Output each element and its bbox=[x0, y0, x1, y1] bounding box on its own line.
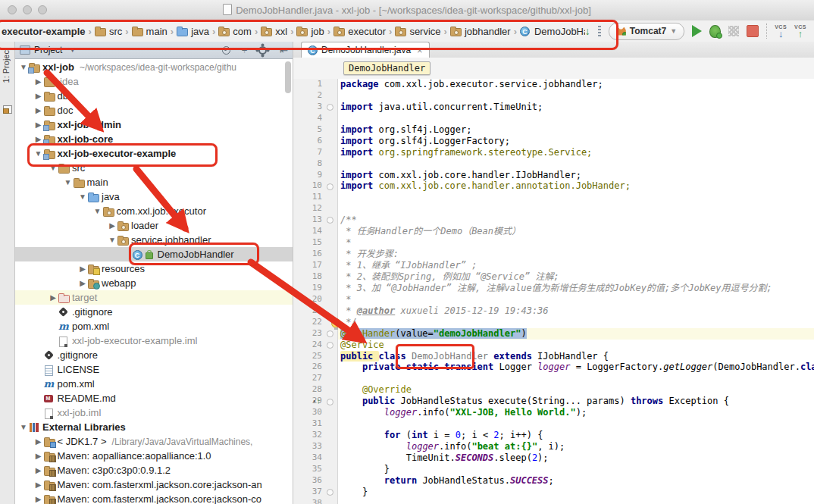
tree-item-README.md[interactable]: MREADME.md bbox=[15, 391, 293, 405]
tree-item-xxl-job-core[interactable]: ▶xxl-job-core bbox=[15, 132, 293, 146]
code-line-4[interactable] bbox=[340, 113, 814, 124]
code-line-25[interactable]: public class DemoJobHandler extends IJob… bbox=[340, 351, 814, 362]
tree-item-xxl-job-executor-example[interactable]: ▼xxl-job-executor-example bbox=[15, 146, 293, 161]
vcs-commit-button[interactable]: VCS↑ bbox=[794, 24, 806, 39]
collapse-all-icon[interactable]: ÷ bbox=[242, 45, 247, 55]
tree-item-Maven-aopalliance-aopalliance-1.0[interactable]: ▶Maven: aopalliance:aopalliance:1.0 bbox=[15, 449, 293, 463]
editor-tab[interactable]: C DemoJobHandler.java × bbox=[301, 42, 430, 58]
breadcrumb-item-java[interactable]: java bbox=[177, 26, 209, 37]
tree-item-src[interactable]: ▼src bbox=[15, 161, 293, 175]
breadcrumb-item-src[interactable]: src bbox=[95, 26, 122, 37]
tree-expand-icon[interactable]: ▼ bbox=[18, 423, 29, 431]
tree-item-DemoJobHandler[interactable]: CDemoJobHandler bbox=[15, 247, 293, 261]
editor-breadcrumb-chip[interactable]: DemoJobHandler bbox=[343, 61, 430, 75]
tree-expand-icon[interactable]: ▶ bbox=[33, 437, 44, 446]
tree-item-loader[interactable]: ▶loader bbox=[15, 218, 293, 233]
code-line-3[interactable]: import java.util.concurrent.TimeUnit; bbox=[340, 102, 814, 113]
code-area[interactable]: 1234567891011121314151617181920212223242… bbox=[293, 79, 814, 504]
breadcrumb-item-service[interactable]: service bbox=[395, 26, 440, 37]
hide-navbar-icon[interactable]: ↓ bbox=[585, 26, 590, 36]
tree-item-webapp[interactable]: ▶webapp bbox=[15, 276, 293, 290]
vcs-update-button[interactable]: VCS↓ bbox=[775, 24, 787, 39]
tree-item-Maven-com.fasterxml.jackson.core-jackson-an[interactable]: ▶Maven: com.fasterxml.jackson.core:jacks… bbox=[15, 477, 293, 492]
tree-expand-icon[interactable]: ▶ bbox=[33, 135, 44, 143]
tree-item-com.xxl.job.executor[interactable]: ▼com.xxl.job.executor bbox=[15, 204, 293, 218]
code-line-35[interactable]: } bbox=[340, 464, 814, 475]
code-line-6[interactable]: import org.slf4j.LoggerFactory; bbox=[340, 136, 814, 147]
tree-expand-icon[interactable]: ▼ bbox=[18, 63, 29, 71]
code-line-26[interactable]: private static transient Logger logger =… bbox=[340, 362, 814, 373]
tree-expand-icon[interactable]: ▼ bbox=[33, 149, 44, 158]
code-line-15[interactable]: * bbox=[340, 237, 814, 249]
code-line-16[interactable]: * 开发步骤: bbox=[340, 249, 814, 260]
tree-item-.gitignore[interactable]: .gitignore bbox=[15, 305, 293, 319]
code-line-37[interactable]: } bbox=[340, 487, 814, 498]
tree-item-pom.xml[interactable]: mpom.xml bbox=[15, 377, 293, 391]
code-line-8[interactable] bbox=[340, 158, 814, 170]
code-line-28[interactable]: @Override bbox=[340, 384, 814, 396]
tree-expand-icon[interactable]: ▶ bbox=[33, 481, 44, 489]
breadcrumb-item-com[interactable]: com bbox=[218, 26, 252, 37]
tree-expand-icon[interactable]: ▶ bbox=[77, 265, 88, 273]
project-tool-window-button[interactable]: 1: Project bbox=[2, 48, 11, 83]
code-line-32[interactable]: for (int i = 0; i < 2; i++) { bbox=[340, 430, 814, 441]
fold-marker-icon[interactable] bbox=[327, 104, 333, 111]
tree-expand-icon[interactable]: ▶ bbox=[77, 279, 88, 287]
tree-item-LICENSE[interactable]: LICENSE bbox=[15, 362, 293, 377]
tree-item-java[interactable]: ▼java bbox=[15, 189, 293, 204]
code-line-31[interactable] bbox=[340, 418, 814, 430]
coverage-button[interactable] bbox=[728, 26, 739, 36]
tree-expand-icon[interactable]: ▶ bbox=[33, 77, 44, 86]
code-line-2[interactable] bbox=[340, 90, 814, 102]
code-line-30[interactable]: logger.info("XXL-JOB, Hello World."); bbox=[340, 407, 814, 418]
breadcrumb-item-executor-example[interactable]: executor-example bbox=[2, 26, 86, 37]
locate-file-icon[interactable] bbox=[222, 46, 230, 55]
code-line-1[interactable]: package com.xxl.job.executor.service.job… bbox=[340, 79, 814, 90]
fold-marker-icon[interactable] bbox=[327, 330, 333, 337]
code-line-22[interactable]: */ bbox=[340, 317, 814, 328]
tree-expand-icon[interactable]: ▼ bbox=[48, 164, 58, 172]
tree-expand-icon[interactable]: ▶ bbox=[33, 452, 44, 460]
code-line-12[interactable] bbox=[340, 203, 814, 214]
tree-expand-icon[interactable]: ▶ bbox=[33, 121, 44, 129]
tree-item-.idea[interactable]: ▶.idea bbox=[15, 74, 293, 89]
debug-button[interactable] bbox=[709, 25, 721, 38]
code-line-36[interactable]: return JobHandleStatus.SUCCESS; bbox=[340, 475, 814, 487]
tree-item-target[interactable]: ▶target bbox=[15, 290, 293, 305]
code-line-14[interactable]: * 任务Handler的一个Demo（Bean模式） bbox=[340, 226, 814, 237]
code-line-34[interactable]: TimeUnit.SECONDS.sleep(2); bbox=[340, 452, 814, 464]
tree-item-<-JDK1.7->[interactable]: ▶< JDK1.7 >/Library/Java/JavaVirtualMach… bbox=[15, 434, 293, 449]
tree-item-pom.xml[interactable]: mpom.xml bbox=[15, 319, 293, 333]
lightbulb-icon[interactable] bbox=[331, 318, 341, 328]
tree-scrollbar[interactable] bbox=[285, 61, 291, 93]
tree-expand-icon[interactable]: ▼ bbox=[107, 236, 117, 244]
chevron-down-icon[interactable]: ▼ bbox=[69, 46, 76, 54]
tree-item-xxl-job-admin[interactable]: ▶xxl-job-admin bbox=[15, 117, 293, 132]
tree-item-External-Libraries[interactable]: ▼External Libraries bbox=[15, 420, 293, 434]
gear-icon[interactable] bbox=[258, 46, 267, 55]
tree-item-Maven-com.fasterxml.jackson.core-jackson-co[interactable]: ▶Maven: com.fasterxml.jackson.core:jacks… bbox=[15, 492, 293, 504]
code-line-13[interactable]: /** bbox=[340, 214, 814, 226]
breadcrumb-item-main[interactable]: main bbox=[132, 26, 167, 37]
code-line-18[interactable]: * 2、装配到Spring, 例如加 “@Service” 注解; bbox=[340, 271, 814, 283]
fold-marker-icon[interactable] bbox=[327, 399, 333, 405]
tree-expand-icon[interactable]: ▶ bbox=[48, 293, 58, 302]
tree-item-.gitignore[interactable]: .gitignore bbox=[15, 348, 293, 362]
code-line-29[interactable]: public JobHandleStatus execute(String...… bbox=[340, 396, 814, 407]
tree-expand-icon[interactable]: ▼ bbox=[63, 178, 74, 186]
breadcrumb-item-executor[interactable]: executor bbox=[333, 26, 386, 37]
tree-expand-icon[interactable]: ▼ bbox=[92, 207, 103, 215]
tree-item-xxl-job[interactable]: ▼xxl-job~/workspaces/idea-git-workspace/… bbox=[15, 60, 293, 74]
tree-item-xxl-job.iml[interactable]: xxl-job.iml bbox=[15, 405, 293, 420]
code-line-7[interactable]: import org.springframework.stereotype.Se… bbox=[340, 147, 814, 158]
code-line-10[interactable]: import com.xxl.job.core.handler.annotati… bbox=[340, 180, 814, 192]
tree-item-service.jobhandler[interactable]: ▼service.jobhandler bbox=[15, 233, 293, 247]
tree-expand-icon[interactable]: ▶ bbox=[33, 92, 44, 100]
tree-item-xxl-job-executor-example.iml[interactable]: xxl-job-executor-example.iml bbox=[15, 333, 293, 348]
code-line-17[interactable]: * 1、继承 “IJobHandler” ; bbox=[340, 260, 814, 271]
breadcrumb-item-xxl[interactable]: xxl bbox=[261, 26, 287, 37]
code-line-19[interactable]: * 3、加 “@JobHander” 注解, 注解value值为新增任务生成的J… bbox=[340, 283, 814, 294]
tree-item-resources[interactable]: ▶resources bbox=[15, 261, 293, 276]
code-line-21[interactable]: * @author xuxueli 2015-12-19 19:43:36 bbox=[340, 305, 814, 317]
tree-expand-icon[interactable]: ▶ bbox=[33, 466, 44, 474]
